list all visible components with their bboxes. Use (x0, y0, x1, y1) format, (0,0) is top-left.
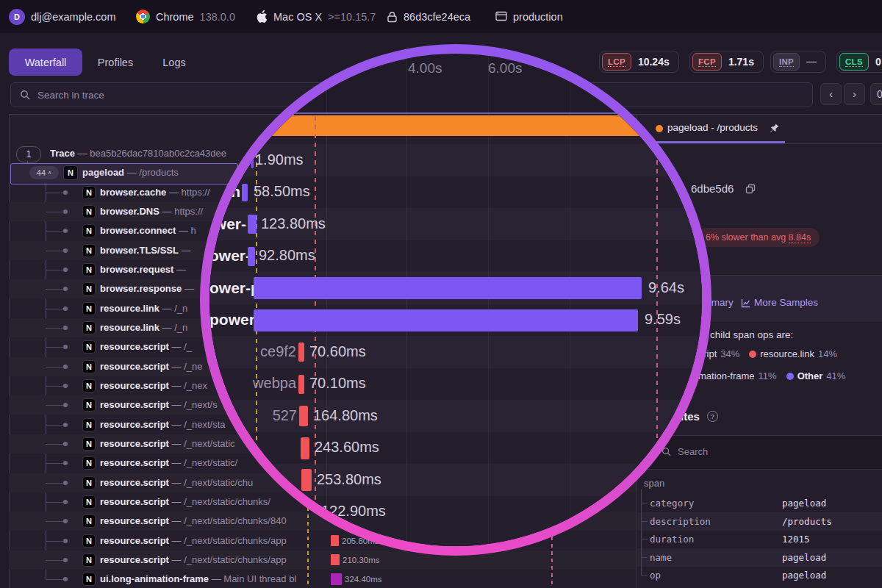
span-bar[interactable] (298, 375, 304, 394)
attribute-row[interactable] (637, 566, 882, 584)
event-id[interactable]: 6dbe5d6 (691, 182, 734, 195)
span-op: resource.script (100, 399, 169, 410)
nextjs-icon: N (82, 205, 96, 218)
span-detail: — h (179, 225, 196, 236)
span-op: browser.connect (100, 225, 176, 236)
span-op: resource.script (100, 477, 169, 488)
span-bar[interactable] (248, 215, 257, 234)
span-detail: — /_next/static/chunks/app (172, 535, 287, 546)
tree-text-fragment: wer- (209, 215, 246, 233)
span-bar[interactable] (251, 152, 254, 168)
op-label: resource.link (760, 348, 814, 359)
span-bar[interactable] (331, 535, 339, 546)
span-op: resource.script (100, 361, 169, 372)
span-bar[interactable] (301, 437, 309, 459)
attribute-key: op (650, 566, 661, 584)
span-bar[interactable] (254, 277, 642, 299)
help-icon[interactable]: ? (707, 411, 718, 422)
tab-logs[interactable]: Logs (157, 49, 191, 76)
span-duration: 70.10ms (309, 375, 366, 392)
pageload-span-bar[interactable] (209, 115, 702, 136)
span-detail: — /_next/static/chu (172, 477, 254, 488)
span-duration: 9.59s (645, 311, 681, 328)
tab-profiles[interactable]: Profiles (93, 49, 138, 76)
span-detail: — /_next/s (172, 399, 218, 410)
span-bar[interactable] (331, 554, 340, 565)
release-chip: 86d3cfe24eca (387, 0, 470, 33)
vital-inp-label: INP (773, 53, 800, 71)
tree-row[interactable]: Nui.long-animation-frame — Main UI threa… (9, 570, 637, 588)
span-duration: 123.80ms (261, 215, 326, 232)
nextjs-icon: N (82, 379, 96, 392)
os-version: >=10.15.7 (328, 11, 376, 23)
span-bar[interactable] (248, 247, 255, 266)
search-prev-button[interactable]: ‹ (820, 83, 842, 105)
child-ops-heading: child span ops are: (710, 329, 793, 340)
nextjs-icon: N (82, 302, 96, 315)
span-duration: 58.50ms (254, 183, 310, 200)
trace-id: — bea5b26dac7810ab0c2ca43dee (78, 148, 226, 159)
vital-lcp-label: LCP (602, 53, 631, 71)
avatar: D (9, 9, 25, 25)
span-op: browser.DNS (100, 206, 159, 217)
vital-lcp[interactable]: LCP 10.24s (599, 51, 679, 73)
tree-text-fragment: webpa (239, 375, 296, 392)
search-placeholder: Search in trace (37, 90, 104, 101)
span-detail: — (176, 264, 186, 275)
nextjs-icon: N (82, 224, 96, 237)
trace-label: Trace (50, 148, 75, 159)
search-count: 0 (870, 83, 882, 105)
span-duration: 122.90ms (321, 503, 386, 520)
tab-waterfall[interactable]: Waterfall (9, 49, 82, 76)
environment-name: production (513, 11, 563, 23)
span-bar[interactable] (301, 469, 312, 491)
span-bar[interactable] (299, 406, 308, 426)
span-detail: — /_n (162, 303, 188, 314)
copy-icon[interactable] (745, 184, 756, 194)
span-detail: — /_n (162, 322, 188, 333)
nextjs-icon: N (82, 534, 96, 548)
vital-cls-label: CLS (839, 53, 869, 71)
attribute-value: pageload (782, 566, 826, 584)
time-axis-label: 4.00s (408, 60, 442, 76)
chart-icon (741, 298, 750, 308)
tree-text-fragment: 527 (240, 407, 297, 424)
search-icon (20, 90, 31, 101)
search-next-button[interactable]: › (844, 83, 865, 105)
span-detail: — /_next/sta (172, 419, 226, 430)
op-pct: 41% (826, 370, 845, 381)
attribute-key: description (650, 512, 711, 531)
tree-row[interactable]: Nresource.script — /_next/static/chunks/… (9, 551, 637, 570)
nextjs-icon: N (82, 186, 96, 199)
op-pct: 11% (759, 370, 777, 381)
attribute-row[interactable] (637, 548, 882, 567)
chrome-icon (136, 10, 150, 24)
span-bar[interactable] (298, 343, 304, 362)
vital-lcp-value: 10.24s (631, 56, 676, 68)
tree-text-fragment: ce9f2 (239, 343, 296, 360)
tab-more-samples[interactable]: More Samples (754, 297, 818, 308)
span-op: resource.script (100, 457, 169, 468)
vital-fcp-value: 1.71s (722, 56, 761, 68)
span-bar[interactable] (254, 309, 638, 331)
span-detail: — /_nex (172, 380, 207, 391)
user-email: dlj@example.com (31, 11, 115, 23)
span-detail: — /_next/static/chunks/840 (172, 515, 287, 526)
span-detail-tab[interactable]: pageload - /products (667, 122, 758, 133)
vital-inp[interactable]: INP — (770, 51, 826, 73)
magnifier-ring: 2.00s 4.00s 6.00s 1.90ms lan 58.50ms wer… (200, 44, 711, 556)
span-op: resource.script (100, 515, 169, 526)
op-label: Other (797, 370, 823, 381)
attributes-search-input[interactable] (637, 436, 882, 470)
span-op: ui.long-animation-frame (100, 573, 209, 584)
span-bar[interactable] (331, 573, 342, 585)
vital-cls[interactable]: CLS 0 (836, 51, 882, 73)
span-bar[interactable] (242, 184, 248, 201)
legend-dot-red (749, 351, 756, 358)
span-op-color-dot (656, 125, 663, 132)
span-detail: — /_next/static/ (172, 457, 238, 468)
span-op: browser.cache (100, 187, 166, 198)
vital-fcp[interactable]: FCP 1.71s (689, 51, 764, 73)
span-duration: 253.80ms (317, 471, 381, 488)
pin-icon[interactable] (769, 123, 780, 134)
